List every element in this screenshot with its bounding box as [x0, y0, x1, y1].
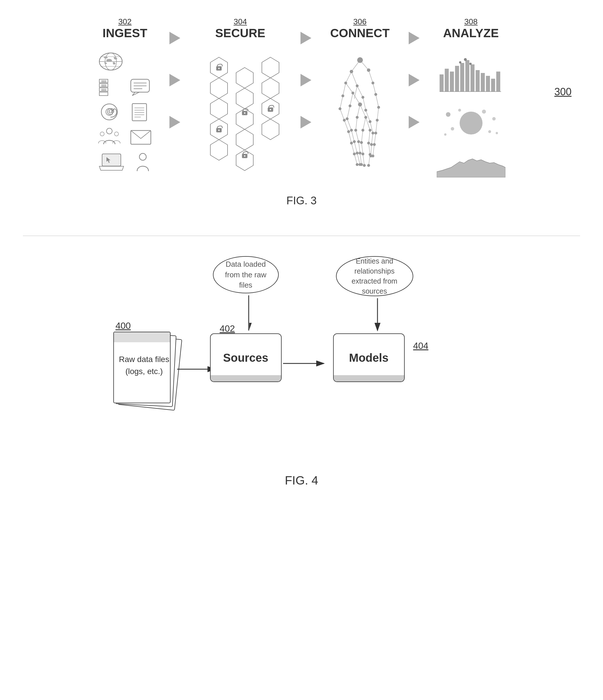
ref-308: 308	[464, 17, 478, 26]
svg-point-124	[369, 120, 372, 123]
svg-rect-8	[99, 92, 108, 96]
svg-point-131	[372, 132, 374, 134]
fig3-diagram: 302 INGEST	[23, 17, 580, 183]
svg-line-91	[372, 133, 373, 145]
svg-point-120	[343, 119, 346, 122]
svg-line-63	[343, 83, 346, 96]
svg-point-168	[460, 111, 482, 134]
svg-point-146	[372, 154, 374, 157]
svg-point-119	[377, 106, 380, 109]
svg-line-95	[359, 142, 360, 153]
svg-text:▓▓▓: ▓▓▓	[101, 80, 106, 83]
models-box: Models	[333, 333, 405, 382]
ingest-header: 302 INGEST	[102, 17, 147, 40]
svg-point-49	[218, 68, 220, 69]
arrow-right-4	[301, 32, 311, 44]
svg-point-173	[451, 127, 454, 130]
svg-point-114	[374, 93, 377, 96]
svg-marker-42	[236, 129, 253, 150]
svg-point-171	[482, 109, 486, 114]
svg-marker-38	[210, 140, 228, 160]
svg-line-69	[350, 93, 353, 106]
svg-point-28	[115, 132, 119, 136]
svg-point-172	[492, 117, 496, 121]
sources-label: Sources	[223, 351, 269, 364]
secure-header: 304 SECURE	[215, 17, 265, 40]
svg-point-136	[360, 141, 363, 144]
page-container: 302 INGEST	[0, 0, 603, 700]
ref-304: 304	[233, 17, 247, 26]
bubble-data-loaded: Data loaded from the raw files	[213, 256, 279, 293]
brick-icon: ▓▓▓ ▓▓▓ ▓▓▓	[98, 78, 121, 96]
svg-point-51	[244, 112, 246, 114]
bar-chart-svg	[437, 57, 505, 95]
svg-rect-152	[439, 74, 444, 92]
svg-rect-158	[471, 65, 475, 92]
fig3-caption: FIG. 3	[286, 195, 317, 207]
svg-point-105	[357, 57, 363, 63]
svg-line-68	[340, 96, 343, 109]
svg-line-60	[346, 72, 351, 83]
svg-line-71	[363, 97, 366, 110]
svg-point-141	[356, 152, 359, 154]
fig3-col-ingest: 302 INGEST	[98, 17, 152, 173]
svg-line-101	[357, 153, 360, 165]
svg-rect-153	[445, 69, 449, 92]
svg-line-90	[369, 130, 370, 143]
ingest-title: INGEST	[102, 26, 147, 40]
svg-line-66	[357, 86, 363, 97]
svg-point-111	[342, 95, 344, 97]
svg-marker-13	[132, 92, 140, 96]
svg-point-55	[244, 155, 246, 157]
arrow-right-5	[301, 74, 311, 86]
svg-rect-159	[476, 70, 480, 92]
arrow-right-1	[170, 32, 180, 44]
bubble-entities: Entities and relationships extracted fro…	[336, 256, 413, 296]
arrow-right-9	[409, 116, 420, 128]
ref-306: 306	[353, 17, 367, 26]
scatter-chart-svg	[437, 103, 505, 140]
svg-point-139	[373, 143, 376, 146]
svg-line-73	[340, 109, 344, 120]
arrows-col-1	[170, 17, 180, 143]
svg-point-112	[351, 92, 354, 95]
arrow-bubble1-to-sources	[242, 294, 256, 334]
svg-point-107	[367, 68, 370, 72]
svg-point-132	[374, 132, 377, 134]
connect-header: 306 CONNECT	[330, 17, 390, 40]
arrow-right-6	[301, 116, 311, 128]
fig4-caption: FIG. 4	[285, 474, 318, 488]
svg-point-176	[496, 132, 498, 134]
connect-title: CONNECT	[330, 26, 390, 40]
svg-point-129	[361, 129, 364, 132]
arrows-col-2	[301, 17, 311, 143]
svg-point-151	[367, 164, 370, 167]
svg-point-170	[458, 109, 461, 111]
at-icon: @	[98, 103, 121, 121]
svg-marker-47	[262, 119, 279, 140]
fig4-section: Data loaded from the raw files Entities …	[23, 253, 580, 488]
globe-icon	[98, 51, 124, 72]
svg-point-128	[354, 129, 357, 132]
sources-box: Sources	[210, 333, 282, 382]
svg-line-102	[360, 153, 361, 165]
svg-line-86	[349, 132, 351, 143]
svg-point-123	[364, 116, 367, 119]
svg-point-109	[356, 84, 359, 87]
svg-line-67	[373, 83, 376, 95]
svg-line-94	[354, 142, 357, 153]
svg-point-150	[363, 164, 366, 167]
svg-point-126	[347, 130, 350, 133]
svg-line-92	[374, 133, 376, 145]
svg-line-99	[373, 145, 374, 156]
svg-marker-43	[236, 150, 253, 171]
ref-302: 302	[118, 17, 132, 26]
svg-line-85	[376, 120, 377, 133]
svg-line-62	[369, 70, 373, 83]
models-label: Models	[349, 351, 388, 364]
ref-300: 300	[554, 86, 572, 98]
svg-point-143	[361, 153, 364, 155]
arrow-right-8	[409, 74, 420, 86]
svg-point-133	[350, 142, 353, 145]
analyze-header: 308 ANALYZE	[443, 17, 499, 40]
